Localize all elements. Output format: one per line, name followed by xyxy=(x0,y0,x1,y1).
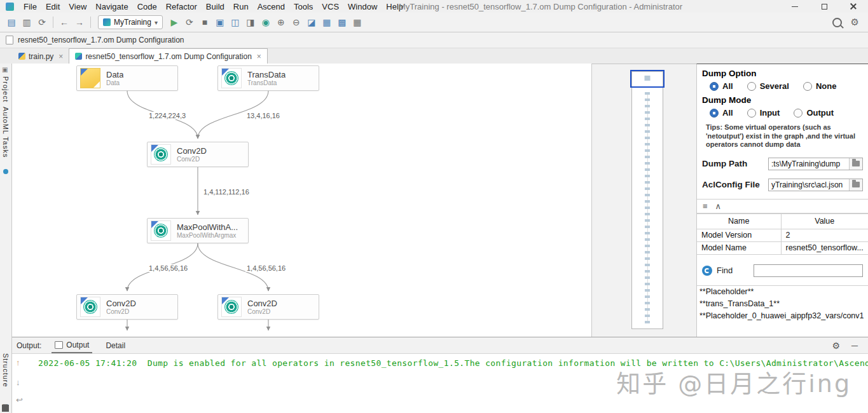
minimize-button[interactable] xyxy=(780,0,809,13)
sidebar-item-project[interactable]: Project xyxy=(2,76,10,102)
menu-build[interactable]: Build xyxy=(202,2,229,11)
menu-tools[interactable]: Tools xyxy=(289,2,317,11)
project-tool-icon[interactable]: ▣ xyxy=(2,66,8,73)
save-icon[interactable]: ▥ xyxy=(19,15,34,29)
graph-node-conv2d-3[interactable]: Conv2DConv2D xyxy=(217,294,319,320)
soft-wrap-icon[interactable]: ↩ xyxy=(16,396,23,404)
run-button[interactable]: ▶ xyxy=(167,15,182,29)
export-icon[interactable]: ◪ xyxy=(304,15,319,29)
cell-model-version: Model Version xyxy=(697,229,781,241)
scroll-down-icon[interactable]: ↓ xyxy=(16,378,20,386)
model-info-toolbar: ≡ ∧ xyxy=(697,199,868,213)
dump-graph-icon[interactable]: ▣ xyxy=(212,15,228,29)
scroll-up-icon[interactable]: ↑ xyxy=(16,358,20,367)
sidebar-item-structure[interactable]: Structure xyxy=(2,353,10,388)
list-item[interactable]: **Placeholder_0_huawei_aippfp32_vars/con… xyxy=(697,310,868,322)
table-row[interactable]: Model Name resnet50_tensorflow... xyxy=(697,241,868,254)
tab-train-py[interactable]: train.py × xyxy=(13,49,69,64)
acl-config-browse-button[interactable] xyxy=(849,179,862,191)
node-subtitle: Conv2D xyxy=(106,308,136,316)
graph-minimap[interactable] xyxy=(631,71,663,329)
sync-icon[interactable]: ⟳ xyxy=(34,15,50,29)
list-item[interactable]: **trans_TransData_1** xyxy=(697,298,868,310)
dump-tips-text: Tips: Some virtual operators (such as 'n… xyxy=(706,123,862,149)
radio-mode-input[interactable]: Input xyxy=(747,108,780,118)
menu-run[interactable]: Run xyxy=(229,2,253,11)
dump-mode-radios: All Input Output xyxy=(710,108,868,118)
table-row[interactable]: Model Version 2 xyxy=(697,229,868,241)
sidebar-item-automl-tasks[interactable]: AutoML Tasks xyxy=(2,107,10,158)
graph-node-transdata[interactable]: TransDataTransData xyxy=(217,65,319,91)
acl-config-label: AclConfig File xyxy=(702,180,763,189)
radio-option-several[interactable]: Several xyxy=(747,81,789,91)
dump-path-browse-button[interactable] xyxy=(849,158,862,170)
node-title: Conv2D xyxy=(177,146,207,156)
menu-view[interactable]: View xyxy=(64,2,91,11)
radio-mode-output[interactable]: Output xyxy=(794,108,834,118)
close-button[interactable] xyxy=(839,0,868,13)
maximize-button[interactable] xyxy=(809,0,839,13)
tab-label: train.py xyxy=(29,52,53,61)
layout-icon[interactable]: ◨ xyxy=(243,15,258,29)
breadcrumb[interactable]: resnet50_tensorflow_1.7.om Dump Configur… xyxy=(18,36,184,44)
table-header-row: Name Value xyxy=(697,213,868,229)
graph-node-conv2d-1[interactable]: Conv2DConv2D xyxy=(147,142,249,167)
menu-refactor[interactable]: Refactor xyxy=(162,2,202,11)
menu-code[interactable]: Code xyxy=(133,2,162,11)
output-header-actions: ⚙ ─ xyxy=(832,341,868,351)
tab-detail[interactable]: Detail xyxy=(102,337,128,353)
menu-file[interactable]: File xyxy=(19,2,41,11)
dump-option-title: Dump Option xyxy=(702,69,868,78)
zoom-in-icon[interactable]: ⊕ xyxy=(273,15,289,29)
profiler-icon[interactable]: ◉ xyxy=(258,15,273,29)
settings-gear-icon[interactable]: ⚙ xyxy=(851,17,859,28)
list-item[interactable]: **Placeholder** xyxy=(697,286,868,298)
menu-navigate[interactable]: Navigate xyxy=(91,2,132,11)
acl-config-input[interactable]: yTraining\src\acl.json xyxy=(769,179,849,191)
radio-option-none[interactable]: None xyxy=(803,81,837,91)
radio-mode-all[interactable]: All xyxy=(710,108,733,118)
stop-icon[interactable]: ■ xyxy=(197,15,212,29)
dump-path-input[interactable]: :ts\MyTraining\dump xyxy=(769,158,849,170)
output-panel: Output: Output Detail ⚙ ─ ↑ ↓ ↩ 2022-06-… xyxy=(11,337,868,413)
graph-node-conv2d-2[interactable]: Conv2DConv2D xyxy=(76,294,178,320)
node-title: Conv2D xyxy=(247,299,277,308)
table-view-icon[interactable]: ▦ xyxy=(319,15,334,29)
radio-label: All xyxy=(722,108,733,118)
zoom-out-icon[interactable]: ⊖ xyxy=(289,15,304,29)
hide-panel-icon[interactable]: ─ xyxy=(851,341,858,351)
minimap-node-chain xyxy=(644,92,651,323)
menu-window[interactable]: Window xyxy=(343,2,382,11)
find-input[interactable] xyxy=(754,264,863,277)
menu-ascend[interactable]: Ascend xyxy=(253,2,289,11)
filter-icon[interactable]: ▩ xyxy=(334,15,350,29)
tab-output[interactable]: Output xyxy=(52,337,92,353)
menu-vcs[interactable]: VCS xyxy=(317,2,343,11)
radio-label: Several xyxy=(760,81,789,91)
graph-canvas[interactable]: DataData TransDataTransData Conv2DConv2D… xyxy=(11,64,592,337)
radio-label: Input xyxy=(760,108,780,118)
back-icon[interactable]: ← xyxy=(57,15,72,29)
search-icon[interactable] xyxy=(832,18,842,27)
find-in-graph-icon[interactable] xyxy=(702,266,712,276)
forward-icon[interactable]: → xyxy=(72,15,87,29)
restore-tool-windows-icon[interactable] xyxy=(2,405,9,412)
rerun-icon[interactable]: ⟳ xyxy=(182,15,197,29)
menu-edit[interactable]: Edit xyxy=(41,2,64,11)
radio-option-all[interactable]: All xyxy=(710,81,733,91)
tab-dump-configuration[interactable]: resnet50_tensorflow_1.7.om Dump Configur… xyxy=(69,48,268,64)
open-folder-icon[interactable]: ▤ xyxy=(4,15,19,29)
graph-node-data[interactable]: DataData xyxy=(76,65,178,91)
console-area[interactable]: ↑ ↓ ↩ 2022-06-05 17:41:20 Dump is enable… xyxy=(11,354,868,413)
compare-icon[interactable]: ◫ xyxy=(228,15,243,29)
graph-node-maxpool[interactable]: MaxPoolWithA...MaxPoolWithArgmax xyxy=(147,218,249,243)
run-configuration-select[interactable]: MyTraining ▾ xyxy=(98,15,163,29)
extra-tool-icon[interactable]: ▦ xyxy=(350,15,365,29)
collapse-icon[interactable]: ∧ xyxy=(715,201,722,211)
view-options-icon[interactable]: ≡ xyxy=(703,201,708,211)
radio-label: All xyxy=(722,81,733,91)
output-settings-gear-icon[interactable]: ⚙ xyxy=(832,341,841,351)
tab-close-icon[interactable]: × xyxy=(257,53,261,60)
tab-close-icon[interactable]: × xyxy=(59,53,63,60)
minimap-viewport[interactable] xyxy=(630,70,665,88)
